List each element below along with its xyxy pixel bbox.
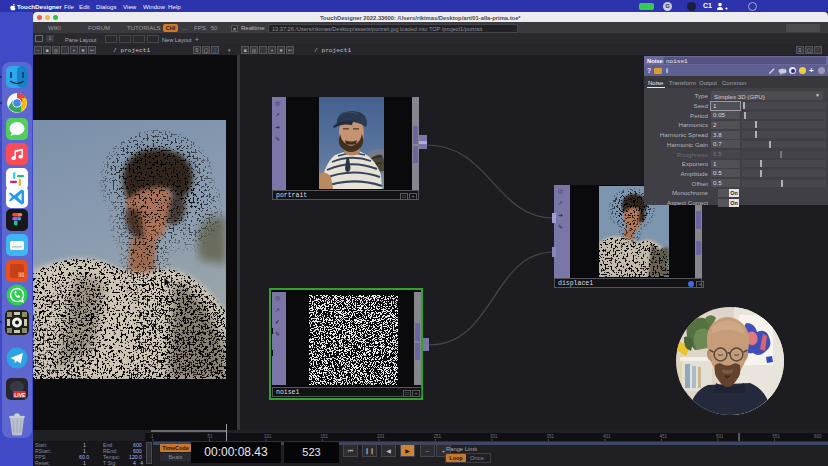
svg-text:101: 101 [264,434,272,439]
svg-text:51: 51 [208,434,214,439]
svg-text:201: 201 [377,434,385,439]
svg-text:31: 31 [19,272,25,278]
svg-text:551: 551 [773,434,781,439]
svg-text:301: 301 [490,434,498,439]
svg-text:451: 451 [660,434,668,439]
svg-text:351: 351 [547,434,555,439]
svg-text:501: 501 [716,434,724,439]
svg-text:600: 600 [814,434,822,439]
svg-text:401: 401 [603,434,611,439]
svg-text:151: 151 [321,434,329,439]
svg-text:1: 1 [151,434,154,439]
svg-text:LIVE: LIVE [14,392,26,398]
svg-text:251: 251 [434,434,442,439]
